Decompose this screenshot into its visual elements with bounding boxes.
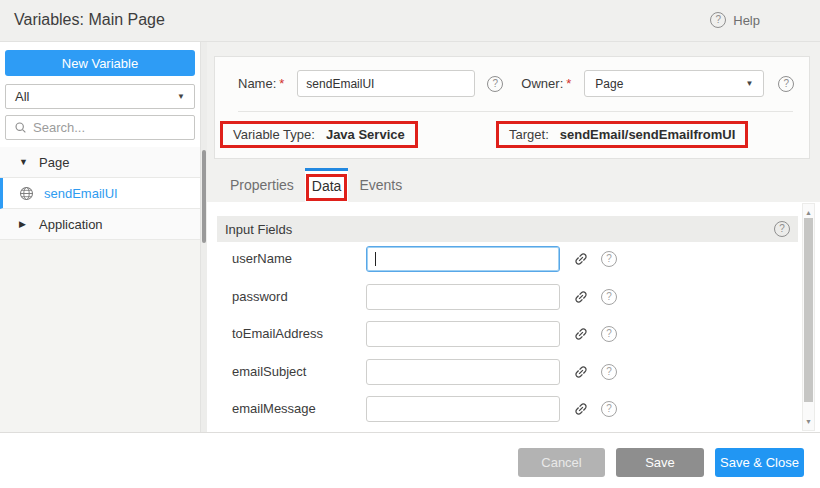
field-label: toEmailAddress bbox=[232, 326, 366, 341]
page-title: Variables: Main Page bbox=[14, 11, 165, 29]
header-bar: Variables: Main Page ? Help bbox=[0, 0, 820, 42]
dropdown-arrow-icon: ▼ bbox=[177, 92, 185, 101]
tab-properties[interactable]: Properties bbox=[230, 168, 294, 202]
footer-bar: Cancel Save Save & Close bbox=[0, 432, 820, 488]
variable-type-label: Variable Type: bbox=[233, 127, 315, 142]
field-help-icon[interactable]: ? bbox=[601, 326, 617, 342]
bind-link-icon[interactable] bbox=[573, 289, 589, 305]
field-help-icon[interactable]: ? bbox=[601, 289, 617, 305]
field-row-toemailaddress: toEmailAddress ? bbox=[232, 320, 617, 347]
field-input-toemailaddress[interactable] bbox=[366, 321, 560, 347]
input-fields-help-icon[interactable]: ? bbox=[774, 221, 790, 237]
filter-select[interactable]: All ▼ bbox=[5, 84, 195, 109]
caret-right-icon[interactable]: ▶ bbox=[19, 219, 29, 229]
field-row-emailsubject: emailSubject ? bbox=[232, 358, 617, 385]
target-label: Target: bbox=[509, 127, 549, 142]
name-label: Name: bbox=[238, 76, 276, 91]
field-input-password[interactable] bbox=[366, 284, 560, 310]
variables-tree: ▼ Page sendEmailUI ▶ Application bbox=[0, 147, 200, 240]
help-icon: ? bbox=[710, 12, 726, 28]
sidebar-scrollbar[interactable] bbox=[200, 42, 207, 432]
filter-value: All bbox=[15, 89, 29, 104]
target-annotation-box: Target: sendEmail/sendEmailfromUI bbox=[496, 121, 748, 148]
save-close-button[interactable]: Save & Close bbox=[715, 448, 804, 477]
tab-data[interactable]: Data bbox=[305, 168, 349, 202]
data-tab-content: Input Fields ? userName ? password ? toE… bbox=[207, 202, 820, 432]
search-icon bbox=[14, 121, 27, 134]
owner-help-icon[interactable]: ? bbox=[778, 76, 794, 92]
sidebar: New Variable All ▼ ▼ Page bbox=[0, 42, 200, 432]
scroll-down-icon[interactable]: ▼ bbox=[803, 418, 814, 425]
field-label: userName bbox=[232, 251, 366, 266]
caret-down-icon[interactable]: ▼ bbox=[19, 157, 29, 167]
name-help-icon[interactable]: ? bbox=[487, 76, 503, 92]
tree-item-sendemailui[interactable]: sendEmailUI bbox=[0, 178, 200, 209]
variable-type-annotation-box: Variable Type: Java Service bbox=[220, 121, 418, 148]
tab-bar: Properties Data Events bbox=[207, 168, 820, 202]
target-value: sendEmail/sendEmailfromUI bbox=[560, 127, 736, 142]
text-cursor bbox=[375, 252, 376, 266]
name-owner-row: Name: * ? Owner: * Page ▼ ? bbox=[238, 70, 795, 97]
variable-form-card: Name: * ? Owner: * Page ▼ ? Variable Typ… bbox=[214, 56, 810, 159]
help-button[interactable]: ? Help bbox=[710, 12, 760, 28]
bind-link-icon[interactable] bbox=[573, 364, 589, 380]
scroll-up-icon[interactable]: ▲ bbox=[803, 209, 814, 216]
tree-item-application[interactable]: ▶ Application bbox=[0, 209, 200, 240]
tree-item-label: sendEmailUI bbox=[44, 186, 118, 201]
main-panel: Name: * ? Owner: * Page ▼ ? Variable Typ… bbox=[207, 42, 820, 432]
variables-editor-window: Variables: Main Page ? Help New Variable… bbox=[0, 0, 820, 488]
field-help-icon[interactable]: ? bbox=[601, 401, 617, 417]
save-button[interactable]: Save bbox=[616, 448, 704, 477]
tree-item-label: Page bbox=[39, 155, 69, 170]
name-input[interactable] bbox=[297, 70, 475, 97]
variable-type-value: Java Service bbox=[326, 127, 405, 142]
content-scrollbar-thumb[interactable] bbox=[804, 218, 813, 402]
field-row-password: password ? bbox=[232, 283, 617, 310]
required-asterisk: * bbox=[279, 76, 284, 91]
help-label: Help bbox=[733, 13, 760, 28]
field-label: emailSubject bbox=[232, 364, 366, 379]
cancel-button[interactable]: Cancel bbox=[518, 448, 605, 477]
tree-item-page[interactable]: ▼ Page bbox=[0, 147, 200, 178]
content-scrollbar[interactable]: ▲ ▼ bbox=[802, 203, 815, 431]
globe-icon bbox=[19, 186, 34, 201]
dropdown-arrow-icon: ▼ bbox=[745, 79, 753, 88]
field-label: emailMessage bbox=[232, 401, 366, 416]
required-asterisk: * bbox=[566, 76, 571, 91]
sidebar-controls: New Variable All ▼ bbox=[0, 42, 200, 147]
new-variable-button[interactable]: New Variable bbox=[5, 50, 195, 76]
field-row-emailmessage: emailMessage ? bbox=[232, 395, 617, 422]
sidebar-scrollbar-thumb[interactable] bbox=[202, 150, 206, 243]
owner-label: Owner: bbox=[521, 76, 563, 91]
tab-data-label: Data bbox=[312, 178, 342, 194]
field-help-icon[interactable]: ? bbox=[601, 364, 617, 380]
field-label: password bbox=[232, 289, 366, 304]
search-input[interactable] bbox=[33, 120, 186, 135]
bind-link-icon[interactable] bbox=[573, 326, 589, 342]
input-fields-title: Input Fields bbox=[225, 222, 292, 237]
input-fields-header: Input Fields ? bbox=[217, 216, 798, 242]
form-divider bbox=[238, 111, 793, 112]
field-input-emailmessage[interactable] bbox=[366, 396, 560, 422]
tree-item-label: Application bbox=[39, 217, 103, 232]
field-input-username[interactable] bbox=[366, 246, 560, 272]
tab-events[interactable]: Events bbox=[359, 168, 402, 202]
bind-link-icon[interactable] bbox=[573, 251, 589, 267]
bind-link-icon[interactable] bbox=[573, 401, 589, 417]
owner-select[interactable]: Page ▼ bbox=[584, 70, 764, 97]
field-input-emailsubject[interactable] bbox=[366, 359, 560, 385]
search-box bbox=[5, 115, 195, 140]
owner-value: Page bbox=[595, 77, 623, 91]
field-help-icon[interactable]: ? bbox=[601, 251, 617, 267]
field-row-username: userName ? bbox=[232, 245, 617, 272]
